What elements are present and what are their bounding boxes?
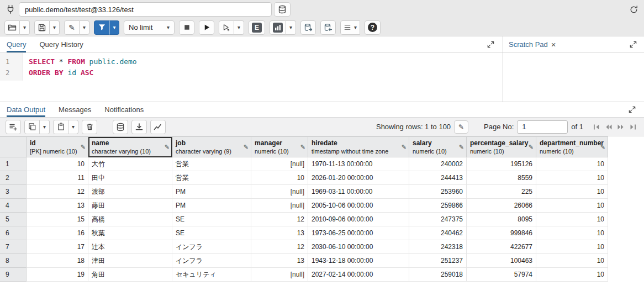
grid-cell[interactable]: SE: [172, 226, 251, 240]
grid-cell[interactable]: 8559: [467, 171, 536, 185]
grid-cell[interactable]: 1943-12-18 00:00:00: [308, 254, 409, 268]
edit-caret[interactable]: ▾: [80, 20, 89, 35]
grid-cell[interactable]: 10: [536, 240, 608, 254]
grid-cell[interactable]: 高橋: [88, 213, 172, 226]
save-file-caret[interactable]: ▾: [50, 20, 60, 35]
limit-select[interactable]: No limit ▾: [124, 20, 175, 35]
new-connection-button[interactable]: [274, 2, 291, 17]
grid-cell[interactable]: 10: [536, 157, 608, 171]
page-number-input[interactable]: [517, 120, 568, 134]
grid-cell[interactable]: 13: [251, 226, 308, 240]
grid-cell[interactable]: 藤田: [88, 199, 172, 213]
graph-visualiser-button[interactable]: [150, 120, 166, 134]
grid-cell[interactable]: 辻本: [88, 240, 172, 254]
grid-cell[interactable]: 1970-11-13 00:00:00: [308, 157, 409, 171]
grid-cell[interactable]: 195126: [467, 157, 536, 171]
copy-button[interactable]: [24, 120, 40, 134]
column-header-job[interactable]: jobcharacter varying (9)✎: [172, 137, 251, 157]
edit-range-button[interactable]: ✎: [454, 120, 468, 134]
close-icon[interactable]: ×: [551, 40, 556, 49]
grid-cell[interactable]: インフラ: [172, 240, 251, 254]
grid-cell[interactable]: 営業: [172, 171, 251, 185]
paste-caret[interactable]: ▾: [68, 120, 78, 134]
row-number[interactable]: 9: [0, 268, 27, 282]
prev-page-button[interactable]: [603, 121, 614, 133]
execute-script-button[interactable]: [219, 20, 234, 35]
grid-cell[interactable]: 247375: [409, 213, 467, 226]
column-header-manager[interactable]: managernumeric (10)✎: [251, 137, 308, 157]
grid-cell[interactable]: 19: [27, 268, 88, 282]
grid-cell[interactable]: 240462: [409, 226, 467, 240]
column-header-department_number[interactable]: department_numbernumeric (10)✎: [536, 137, 608, 157]
grid-cell[interactable]: 2030-06-10 00:00:00: [308, 240, 409, 254]
tab-query[interactable]: Query: [7, 36, 26, 52]
open-file-caret[interactable]: ▾: [20, 20, 30, 35]
grid-cell[interactable]: 1969-03-11 00:00:00: [308, 185, 409, 199]
rollback-button[interactable]: [320, 20, 336, 35]
help-button[interactable]: ?: [365, 20, 381, 35]
grid-cell[interactable]: 大竹: [88, 157, 172, 171]
first-page-button[interactable]: [591, 121, 602, 133]
next-page-button[interactable]: [615, 121, 626, 133]
grid-cell[interactable]: 12: [251, 240, 308, 254]
grid-cell[interactable]: 422677: [467, 240, 536, 254]
grid-cell[interactable]: 10: [251, 171, 308, 185]
edit-button[interactable]: ✎: [64, 20, 80, 35]
filter-caret[interactable]: ▾: [109, 20, 119, 35]
grid-cell[interactable]: 津田: [88, 254, 172, 268]
grid-cell[interactable]: 244413: [409, 171, 467, 185]
scratch-pad-input[interactable]: [503, 53, 644, 102]
tab-messages[interactable]: Messages: [59, 102, 91, 117]
grid-cell[interactable]: 13: [251, 254, 308, 268]
grid-cell[interactable]: SE: [172, 213, 251, 226]
grid-cell[interactable]: 259018: [409, 268, 467, 282]
grid-cell[interactable]: [null]: [251, 199, 308, 213]
grid-cell[interactable]: 242318: [409, 240, 467, 254]
grid-cell[interactable]: 10: [536, 213, 608, 226]
explain-analyze-caret[interactable]: ▾: [286, 20, 296, 35]
code-line[interactable]: SELECT * FROM public.demo: [29, 56, 137, 67]
grid-cell[interactable]: 13: [27, 199, 88, 213]
tab-data-output[interactable]: Data Output: [7, 102, 45, 117]
grid-cell[interactable]: 渡部: [88, 185, 172, 199]
grid-cell[interactable]: 田中: [88, 171, 172, 185]
delete-row-button[interactable]: [82, 120, 97, 134]
code-line[interactable]: ORDER BY id ASC: [29, 67, 137, 78]
row-number[interactable]: 5: [0, 213, 27, 226]
row-number[interactable]: 2: [0, 171, 27, 185]
grid-cell[interactable]: 18: [27, 254, 88, 268]
row-number[interactable]: 7: [0, 240, 27, 254]
grid-cell[interactable]: 10: [536, 226, 608, 240]
tab-query-history[interactable]: Query History: [39, 36, 83, 52]
grid-cell[interactable]: [null]: [251, 157, 308, 171]
grid-cell[interactable]: 12: [27, 185, 88, 199]
row-number[interactable]: 3: [0, 185, 27, 199]
commit-button[interactable]: [300, 20, 316, 35]
copy-caret[interactable]: ▾: [40, 120, 50, 134]
grid-cell[interactable]: 10: [27, 157, 88, 171]
expand-output-icon[interactable]: [627, 104, 637, 115]
add-row-button[interactable]: [6, 120, 21, 134]
grid-cell[interactable]: 10: [536, 254, 608, 268]
column-header-hiredate[interactable]: hiredatetimestamp without time zone✎: [308, 137, 409, 157]
sql-editor[interactable]: 12 SELECT * FROM public.demoORDER BY id …: [0, 53, 503, 102]
grid-cell[interactable]: 26066: [467, 199, 536, 213]
row-number[interactable]: 4: [0, 199, 27, 213]
expand-editor-icon[interactable]: [485, 39, 496, 50]
grid-cell[interactable]: 秋葉: [88, 226, 172, 240]
grid-cell[interactable]: PM: [172, 199, 251, 213]
explain-button[interactable]: E: [249, 20, 265, 35]
grid-cell[interactable]: 259866: [409, 199, 467, 213]
grid-cell[interactable]: 2005-10-06 00:00:00: [308, 199, 409, 213]
execute-button[interactable]: [199, 20, 214, 35]
last-page-button[interactable]: [627, 121, 638, 133]
open-file-button[interactable]: [4, 20, 20, 35]
expand-scratch-pad-icon[interactable]: [628, 39, 638, 50]
save-file-button[interactable]: [34, 20, 50, 35]
column-header-name[interactable]: namecharacter varying (10)✎: [88, 137, 172, 157]
grid-cell[interactable]: 1973-06-25 00:00:00: [308, 226, 409, 240]
reset-layout-icon[interactable]: [628, 4, 640, 15]
connection-selector[interactable]: public.demo/test/test@33.126/test: [19, 2, 272, 17]
grid-cell[interactable]: 10: [536, 185, 608, 199]
download-csv-button[interactable]: [131, 120, 147, 134]
